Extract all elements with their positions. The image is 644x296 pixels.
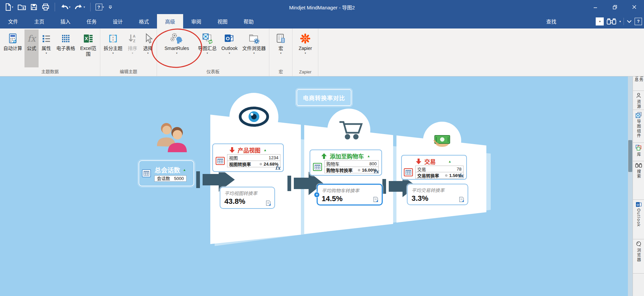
dropdown-arrow-icon[interactable]: ▾ xyxy=(103,5,104,9)
customize-quick-access-button[interactable] xyxy=(107,4,114,10)
button-label: 文件浏览器 xyxy=(242,46,266,51)
smartrules-button[interactable]: SmartRules ▾ xyxy=(158,29,196,67)
close-button[interactable] xyxy=(625,0,644,14)
save-button[interactable] xyxy=(29,3,39,11)
spreadsheet-chip-icon[interactable] xyxy=(404,168,413,176)
dropdown-arrow-icon[interactable]: ▾ xyxy=(69,5,71,9)
sidebar-tab-search[interactable]: 搜索 xyxy=(633,161,644,200)
spreadsheet-grid-icon xyxy=(60,32,71,46)
excel-range-button[interactable]: X Excel范围 xyxy=(77,29,99,67)
topic-title: 产品视图 xyxy=(238,146,261,154)
find-label[interactable]: 查找 xyxy=(546,18,556,25)
tab-format[interactable]: 格式 xyxy=(131,14,157,28)
people-icon xyxy=(157,123,187,152)
tab-design[interactable]: 设计 xyxy=(105,14,131,28)
redo-icon xyxy=(74,3,83,11)
search-history-dropdown[interactable]: ▾ xyxy=(596,17,604,25)
sidebar-tab-library[interactable]: 库 xyxy=(633,143,644,161)
dropdown-arrow-icon: ▾ xyxy=(147,51,149,55)
select-button[interactable]: 选择 ▾ xyxy=(140,29,156,67)
minimize-button[interactable] xyxy=(586,0,605,14)
scrollbar-thumb[interactable] xyxy=(628,140,632,172)
formula-indicator-icon: fx xyxy=(374,169,379,175)
spreadsheet-chip-icon[interactable] xyxy=(142,169,151,177)
outlook-icon: O xyxy=(224,32,235,46)
svg-text:Z: Z xyxy=(133,39,136,43)
new-document-button[interactable]: ▾ xyxy=(3,2,15,12)
sidebar-tab-task-info[interactable]: 任务信息 xyxy=(633,76,644,91)
person-icon xyxy=(636,93,642,99)
zapier-button[interactable]: Zapier ▾ xyxy=(293,29,317,69)
outlook-button[interactable]: O Outlook ▾ xyxy=(219,29,240,67)
sidebar-empty-area xyxy=(633,274,644,296)
topic-avg-cart-rate[interactable]: + 平均购物车转换率 14.5% xyxy=(317,184,383,205)
open-button[interactable] xyxy=(16,3,28,11)
central-topic[interactable]: 电商转换率对比 xyxy=(297,89,352,106)
avg-label: 平均视图转换率 xyxy=(224,190,270,196)
topic-add-to-cart[interactable]: 添加至购物车 ▲ 购物车 800 购物车转换率 16.00% xyxy=(310,150,382,176)
add-topic-badge[interactable]: + xyxy=(314,192,320,197)
topic-total-sessions[interactable]: 总会话数 ▲ 会话数 5000 xyxy=(139,160,194,186)
calculator-icon xyxy=(7,32,18,46)
button-label: 导图汇总 xyxy=(198,46,217,51)
vertical-scrollbar[interactable] xyxy=(628,76,633,296)
topic-avg-transaction-rate[interactable]: 平均交易转换率 3.3% xyxy=(407,184,468,205)
collapse-toggle-icon[interactable]: ▲ xyxy=(367,154,370,158)
topic-transactions[interactable]: 交易 ▲ 交易 78 交易转换率 1.56% xyxy=(401,155,467,180)
notes-icon[interactable] xyxy=(459,197,464,202)
redo-button[interactable]: ▾ xyxy=(73,3,87,11)
dropdown-arrow-icon[interactable]: ▾ xyxy=(84,5,85,9)
file-browser-button[interactable]: 文件浏览器 ▾ xyxy=(240,29,268,67)
ribbon-help-button[interactable]: ? xyxy=(635,18,642,25)
print-button[interactable] xyxy=(40,3,51,11)
topic-title: 总会话数 xyxy=(155,165,180,174)
eye-icon xyxy=(240,108,268,125)
topic-avg-view-rate[interactable]: 平均视图转换率 43.8% xyxy=(220,187,275,209)
auto-calc-button[interactable]: 自动计算 xyxy=(1,29,24,67)
collapse-toggle-icon[interactable]: ▲ xyxy=(264,148,267,152)
help-button[interactable]: ? ▾ xyxy=(94,3,106,11)
collapse-toggle-icon[interactable]: ▲ xyxy=(183,168,186,172)
sidebar-tab-outlook[interactable]: O Outlook xyxy=(633,200,644,239)
tab-file[interactable]: 文件 xyxy=(0,14,26,28)
binoculars-icon[interactable] xyxy=(606,17,616,25)
zapier-icon xyxy=(300,32,311,46)
sidebar-tab-browser[interactable]: 浏览器 xyxy=(633,239,644,274)
notes-icon[interactable] xyxy=(266,200,271,206)
tab-view[interactable]: 视图 xyxy=(209,14,235,28)
tab-home[interactable]: 主页 xyxy=(26,14,52,28)
tab-help[interactable]: 帮助 xyxy=(235,14,262,28)
spreadsheet-button[interactable]: 电子表格 xyxy=(54,29,77,67)
svg-text:O: O xyxy=(636,203,639,206)
tab-insert[interactable]: 插入 xyxy=(52,14,78,28)
undo-button[interactable]: ▾ xyxy=(59,3,72,11)
spreadsheet-chip-icon[interactable] xyxy=(216,157,225,165)
maximize-button[interactable] xyxy=(605,0,625,14)
tab-advanced[interactable]: 高级 xyxy=(157,14,183,28)
map-rollup-button[interactable]: 导图汇总 ▾ xyxy=(196,29,219,67)
dropdown-arrow-icon: ▾ xyxy=(207,51,208,55)
table-row: 交易转换率 1.56% xyxy=(415,172,464,179)
collapse-toggle-icon[interactable]: ▲ xyxy=(448,160,451,163)
sidebar-tab-map-parts[interactable]: 导图组件 xyxy=(633,110,644,143)
dropdown-arrow-icon[interactable]: ▾ xyxy=(12,5,13,9)
dropdown-arrow-icon[interactable]: ▾ xyxy=(619,20,621,23)
print-icon xyxy=(42,3,50,11)
ribbon-group-dashboard: SmartRules ▾ 导图汇总 ▾ O Outlook ▾ xyxy=(157,28,269,76)
dropdown-arrow-icon: ▾ xyxy=(112,51,114,55)
collapse-ribbon-icon[interactable] xyxy=(627,19,632,23)
topic-product-view[interactable]: 产品视图 ▲ 视图 1234 视图转换率 24.68% xyxy=(212,143,284,172)
tab-task[interactable]: 任务 xyxy=(78,14,105,28)
properties-button[interactable]: 属性 ▾ xyxy=(39,29,54,67)
formula-indicator-icon: fx xyxy=(275,165,280,171)
ribbon-group-topic-data: 自动计算 fx 公式 属性 ▾ xyxy=(0,28,100,76)
tab-review[interactable]: 审阅 xyxy=(183,14,209,28)
formula-button[interactable]: fx 公式 xyxy=(24,29,39,67)
sidebar-tab-resources[interactable]: 资源 xyxy=(633,91,644,110)
macro-button[interactable]: 宏 ▾ xyxy=(270,29,291,67)
split-topic-button[interactable]: 拆分主题 ▾ xyxy=(101,29,125,67)
spreadsheet-chip-icon[interactable] xyxy=(313,163,322,171)
map-canvas[interactable]: 电商转换率对比 总会话数 ▲ 会话数 5000 产品视图 xyxy=(0,76,644,296)
dropdown-arrow-icon: ▾ xyxy=(305,51,306,55)
notes-icon[interactable] xyxy=(373,197,378,202)
